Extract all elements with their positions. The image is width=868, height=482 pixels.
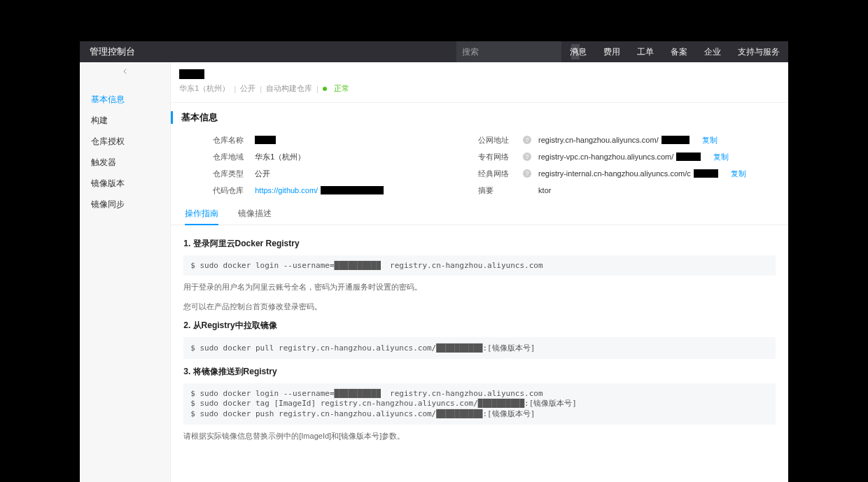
step3-help: 请根据实际镜像信息替换示例中的[ImageId]和[镜像版本号]参数。 xyxy=(183,430,776,443)
nav-enterprise[interactable]: 企业 xyxy=(696,46,729,58)
label-public-addr: 公网地址 xyxy=(478,135,513,146)
value-repo-name-redacted: x xyxy=(255,136,276,144)
crumb-kind: 自动构建仓库 xyxy=(266,83,312,94)
sidebar-item-image-sync[interactable]: 镜像同步 xyxy=(80,194,170,215)
step2-title: 2. 从Registry中拉取镜像 xyxy=(183,320,776,332)
nav-beian[interactable]: 备案 xyxy=(662,46,696,58)
tab-guide[interactable]: 操作指南 xyxy=(185,208,218,225)
status-dot-icon xyxy=(323,87,327,91)
crumb-visibility: 公开 xyxy=(240,83,255,94)
label-type: 仓库类型 xyxy=(213,169,248,179)
sidebar-item-build[interactable]: 构建 xyxy=(80,110,170,131)
help-icon[interactable]: ? xyxy=(523,169,531,178)
value-type: 公开 xyxy=(255,169,270,179)
sidebar: 基本信息 构建 仓库授权 触发器 镜像版本 镜像同步 xyxy=(80,62,171,482)
breadcrumb: 华东1（杭州） | 公开 | 自动构建仓库 | 正常 xyxy=(179,83,780,94)
help-icon[interactable]: ? xyxy=(523,136,531,144)
copy-internal[interactable]: 复制 xyxy=(731,169,746,179)
sidebar-item-image-version[interactable]: 镜像版本 xyxy=(80,173,170,194)
crumb-region: 华东1（杭州） xyxy=(179,83,230,94)
label-internal-addr: 经典网络 xyxy=(478,169,513,179)
sidebar-item-auth[interactable]: 仓库授权 xyxy=(80,131,170,152)
help-icon[interactable]: ? xyxy=(523,153,531,161)
value-internal-addr: registry-internal.cn-hangzhou.aliyuncs.c… xyxy=(538,169,718,178)
step1-help1: 用于登录的用户名为阿里云账号全名，密码为开通服务时设置的密码。 xyxy=(183,281,776,294)
label-summary: 摘要 xyxy=(478,185,513,196)
label-region: 仓库地域 xyxy=(213,152,248,162)
label-repo-name: 仓库名称 xyxy=(213,135,248,146)
search-input[interactable] xyxy=(462,47,567,57)
search-box[interactable] xyxy=(456,41,561,62)
step3-code[interactable]: $ sudo docker login --username=█████████… xyxy=(183,383,776,425)
step1-title: 1. 登录阿里云Docker Registry xyxy=(183,238,776,250)
nav-messages[interactable]: 消息 xyxy=(561,46,595,58)
step3-title: 3. 将镜像推送到Registry xyxy=(183,366,776,378)
copy-vpc[interactable]: 复制 xyxy=(713,152,729,162)
back-button[interactable] xyxy=(80,62,170,82)
repo-name-redacted: xx xyxy=(179,69,204,79)
nav-ticket[interactable]: 工单 xyxy=(629,46,662,58)
copy-public[interactable]: 复制 xyxy=(702,135,718,146)
console-title: 管理控制台 xyxy=(80,45,145,58)
nav-billing[interactable]: 费用 xyxy=(595,46,629,58)
code-repo-link[interactable]: https://github.com/ xyxy=(255,186,318,194)
topbar: 管理控制台 消息 费用 工单 备案 企业 支持与服务 xyxy=(80,41,788,62)
value-public-addr: registry.cn-hangzhou.aliyuncs.com/xxx xyxy=(538,136,690,144)
chevron-left-icon xyxy=(122,66,129,79)
nav-support[interactable]: 支持与服务 xyxy=(729,46,788,58)
sidebar-item-basic[interactable]: 基本信息 xyxy=(80,89,170,110)
sidebar-item-trigger[interactable]: 触发器 xyxy=(80,152,170,173)
step1-help2: 您可以在产品控制台首页修改登录密码。 xyxy=(183,301,776,313)
value-summary: ktor xyxy=(538,186,551,194)
section-title: 基本信息 xyxy=(171,111,788,124)
value-region: 华东1（杭州） xyxy=(255,152,305,162)
step1-code[interactable]: $ sudo docker login --username=█████████… xyxy=(183,255,776,276)
value-vpc-addr: registry-vpc.cn-hangzhou.aliyuncs.com/xx xyxy=(538,153,701,161)
step2-code[interactable]: $ sudo docker pull registry.cn-hangzhou.… xyxy=(183,337,776,359)
label-vpc-addr: 专有网络 xyxy=(478,152,513,162)
main-content: xx 华东1（杭州） | 公开 | 自动构建仓库 | 正常 基本信息 仓库名称x… xyxy=(171,62,788,482)
label-code-repo: 代码仓库 xyxy=(213,185,248,196)
tab-desc[interactable]: 镜像描述 xyxy=(238,208,272,225)
status-text: 正常 xyxy=(334,83,349,94)
